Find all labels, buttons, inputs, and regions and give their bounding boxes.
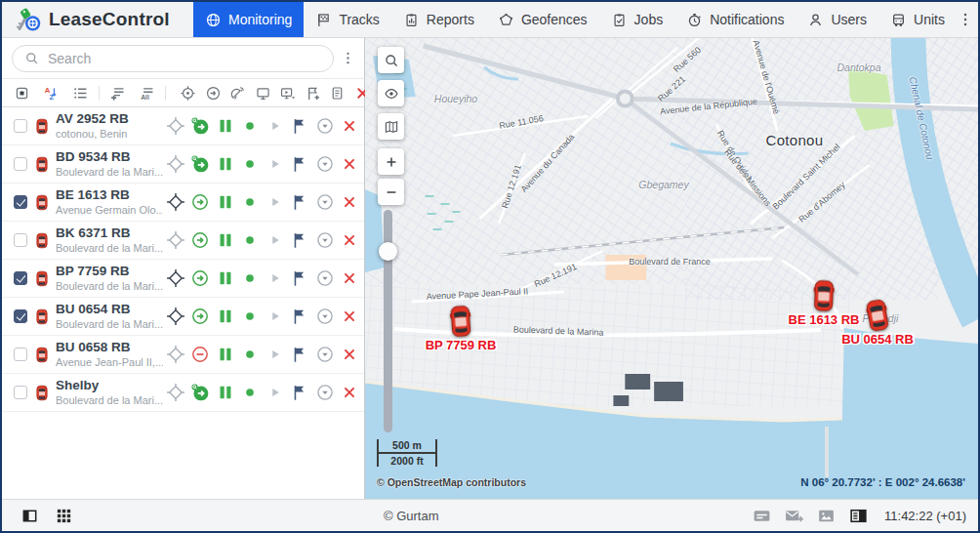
unit-events-button[interactable]: [288, 342, 313, 367]
media-display-button[interactable]: [275, 85, 301, 102]
tab-jobs[interactable]: Jobs: [599, 2, 675, 37]
unit-connection-state[interactable]: [213, 304, 238, 329]
unit-motion-state[interactable]: [188, 151, 214, 177]
unit-remove-button[interactable]: [338, 227, 363, 253]
media-gallery-button[interactable]: [816, 506, 837, 526]
unit-checkbox[interactable]: [14, 386, 27, 399]
unit-data-accuracy[interactable]: [238, 227, 264, 253]
unit-events-button[interactable]: [288, 113, 313, 139]
apply-list-button[interactable]: [325, 85, 350, 102]
nav-more-button[interactable]: [957, 11, 974, 28]
search-options-button[interactable]: [340, 50, 356, 66]
unit-data-accuracy[interactable]: [238, 342, 264, 367]
display-mode-button[interactable]: [848, 506, 869, 526]
add-event-flag-button[interactable]: [301, 85, 326, 102]
unit-remove-button[interactable]: [338, 380, 363, 405]
unit-row[interactable]: BE 1613 RB Avenue Germain Olo...: [2, 184, 364, 222]
unit-events-button[interactable]: [288, 151, 313, 177]
unit-menu-button[interactable]: [312, 380, 338, 405]
unit-remove-button[interactable]: [338, 113, 363, 139]
map-layers-button[interactable]: [378, 113, 404, 140]
unit-checkbox[interactable]: [14, 119, 27, 133]
unit-connection-state[interactable]: [213, 113, 238, 139]
unit-locate-button[interactable]: [163, 113, 188, 139]
unit-menu-button[interactable]: [312, 304, 338, 329]
unit-locate-button[interactable]: [163, 189, 188, 215]
apps-grid-button[interactable]: [55, 507, 73, 525]
tab-units[interactable]: Units: [878, 2, 957, 37]
unit-menu-button[interactable]: [312, 227, 338, 253]
mail-send-button[interactable]: [784, 506, 804, 526]
unit-quick-track-button[interactable]: [263, 380, 288, 405]
unit-row[interactable]: BU 0654 RB Boulevard de la Mari...: [2, 298, 364, 336]
unit-data-accuracy[interactable]: [238, 380, 264, 405]
unit-locate-button[interactable]: [163, 304, 188, 329]
map-marker-be-1613-rb[interactable]: BE 1613 RB: [814, 280, 835, 312]
map-zoom-out-button[interactable]: [378, 179, 404, 205]
unit-menu-button[interactable]: [312, 189, 338, 215]
unit-connection-state[interactable]: [213, 380, 238, 405]
search-input[interactable]: [46, 50, 321, 67]
map-zoom-slider[interactable]: [384, 210, 392, 432]
map-zoom-in-button[interactable]: [378, 148, 404, 175]
unit-row[interactable]: BD 9534 RB Boulevard de la Mari...: [2, 145, 364, 184]
unit-menu-button[interactable]: [312, 266, 338, 291]
map-attribution[interactable]: © OpenStreetMap contributors: [377, 476, 526, 488]
map-canvas[interactable]: HoueyihoRue 11.056Avenue du CanadaRue 12…: [365, 38, 978, 499]
unit-checkbox[interactable]: [14, 157, 27, 171]
unit-row[interactable]: BK 6371 RB Boulevard de la Mari...: [2, 222, 364, 260]
unit-data-accuracy[interactable]: [238, 151, 264, 177]
unit-connection-state[interactable]: [213, 151, 238, 177]
unit-remove-button[interactable]: [338, 189, 363, 215]
unit-events-button[interactable]: [288, 227, 313, 253]
unit-remove-button[interactable]: [338, 304, 363, 329]
monitoring-display-button[interactable]: [251, 85, 276, 102]
unit-quick-track-button[interactable]: [263, 151, 288, 177]
show-all-button[interactable]: All: [139, 85, 155, 102]
unit-quick-track-button[interactable]: [263, 266, 288, 291]
list-view-button[interactable]: [72, 85, 89, 102]
unit-motion-state[interactable]: [188, 304, 214, 329]
unit-remove-button[interactable]: [338, 342, 363, 367]
unit-quick-track-button[interactable]: [263, 189, 288, 215]
tab-monitoring[interactable]: Monitoring: [193, 2, 304, 37]
unit-locate-button[interactable]: [163, 266, 188, 291]
map-search-button[interactable]: [378, 47, 404, 73]
unit-menu-button[interactable]: [312, 151, 338, 177]
unit-checkbox[interactable]: [14, 233, 27, 247]
unit-quick-track-button[interactable]: [263, 227, 288, 253]
unit-data-accuracy[interactable]: [238, 189, 264, 215]
unit-events-button[interactable]: [288, 266, 313, 291]
tab-tracks[interactable]: Tracks: [304, 2, 390, 37]
tab-users[interactable]: Users: [796, 2, 878, 37]
unit-checkbox[interactable]: [14, 348, 27, 361]
unit-events-button[interactable]: [288, 380, 313, 405]
unit-connection-state[interactable]: [213, 266, 238, 291]
unit-locate-button[interactable]: [163, 380, 188, 405]
unit-remove-button[interactable]: [338, 266, 363, 291]
unit-data-accuracy[interactable]: [238, 266, 264, 291]
unit-quick-track-button[interactable]: [263, 304, 288, 329]
motion-state-column-button[interactable]: [201, 85, 226, 102]
unit-checkbox[interactable]: [14, 309, 27, 323]
unit-events-button[interactable]: [288, 189, 313, 215]
unit-menu-button[interactable]: [312, 342, 338, 367]
unit-quick-track-button[interactable]: [263, 113, 288, 139]
unit-visibility-toggle[interactable]: [14, 85, 30, 102]
unit-motion-state[interactable]: [188, 342, 214, 367]
unit-motion-state[interactable]: [188, 380, 214, 405]
unit-remove-button[interactable]: [338, 151, 363, 177]
unit-motion-state[interactable]: [188, 266, 214, 291]
unit-motion-state[interactable]: [188, 227, 214, 253]
tab-geofences[interactable]: Geofences: [486, 2, 599, 37]
map-marker-bu-0654-rb[interactable]: BU 0654 RB: [868, 300, 888, 332]
zoom-slider-handle[interactable]: [379, 242, 397, 261]
unit-row[interactable]: BP 7759 RB Boulevard de la Mari...: [2, 260, 364, 298]
unit-menu-button[interactable]: [312, 113, 338, 139]
unit-locate-button[interactable]: [163, 151, 188, 177]
unit-row[interactable]: BU 0658 RB Avenue Jean-Paul II,...: [2, 336, 364, 374]
unit-row[interactable]: Shelby Boulevard de la Mari...: [2, 374, 364, 412]
map-marker-bp-7759-rb[interactable]: BP 7759 RB: [451, 306, 471, 338]
unit-locate-button[interactable]: [163, 227, 188, 253]
tab-reports[interactable]: Reports: [391, 2, 486, 37]
